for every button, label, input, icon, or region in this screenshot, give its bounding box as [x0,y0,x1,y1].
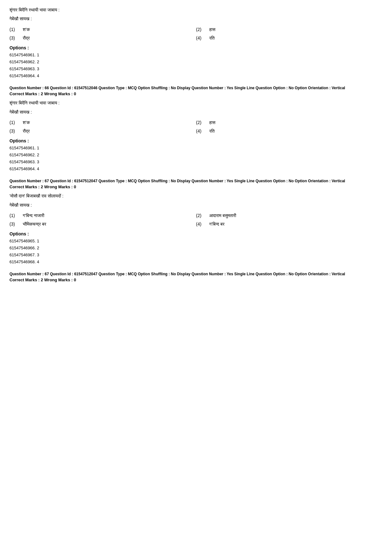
code-2-4: 61547546964. 4 [9,165,383,172]
option-text-1-4: रति [209,35,215,41]
option-num-2-1: (1) [9,120,19,125]
option-text-3-3: भौमिकचन्द्र बर [23,221,46,227]
question-block-4: Question Number : 67 Question Id : 61547… [9,271,383,282]
option-2-2: (2) हास [196,120,383,125]
option-num-1-2: (2) [196,27,205,32]
option-text-1-1: श'क [23,27,30,32]
option-1-2: (2) हास [196,27,383,32]
options-grid-2: (1) श'क (2) हास (3) रौद्र (4) रति [9,120,383,134]
option-num-1-3: (3) [9,35,19,41]
code-3-4: 61547546968. 4 [9,259,383,265]
options-label-1: Options : [9,45,383,50]
option-num-3-2: (2) [196,213,205,218]
option-text-2-3: रौद्र [23,128,30,134]
code-2-1: 61547546961. 1 [9,145,383,152]
option-num-3-3: (3) [9,221,19,227]
question-block-3: Question Number : 67 Question Id : 61547… [9,178,383,265]
code-1-2: 61547546962. 2 [9,59,383,65]
code-3-2: 61547546966. 2 [9,245,383,252]
option-num-1-4: (4) [196,35,205,41]
option-3-2: (2) आदाराम बसुमतारी [196,213,383,218]
code-1-4: 61547546964. 4 [9,72,383,79]
question-text-line2-1: गेबेंखौ सायख : [9,15,383,22]
option-num-2-2: (2) [196,120,205,125]
option-text-3-2: आदाराम बसुमतारी [209,213,236,218]
option-text-1-2: हास [209,27,215,32]
code-3-3: 61547546967. 3 [9,252,383,259]
code-2-2: 61547546962. 2 [9,152,383,159]
options-grid-1: (1) श'क (2) हास (3) रौद्र (4) रति [9,27,383,41]
option-num-3-1: (1) [9,213,19,218]
option-text-2-2: हास [209,120,215,125]
option-text-2-1: श'क [23,120,30,125]
code-1-3: 61547546963. 3 [9,65,383,72]
option-2-4: (4) रति [196,128,383,134]
correct-marks-2: Correct Marks : 2 Wrong Marks : 0 [9,91,383,96]
option-text-3-1: ग'बिन्द नाजारी [23,213,44,218]
question-text-line1-3: 'मोसौ दान' बिजाबखौ राव सोलायदों : [9,192,383,199]
question-block-2: Question Number : 66 Question Id : 61547… [9,85,383,172]
code-3-1: 61547546965. 1 [9,238,383,245]
code-1-1: 61547546961. 1 [9,52,383,59]
question-text-line1-2: शृंगार बिदैनि स्थायी भावा जाबाय : [9,99,383,106]
option-num-1-1: (1) [9,27,19,32]
meta-4: Question Number : 67 Question Id : 61547… [9,271,383,277]
meta-2: Question Number : 66 Question Id : 61547… [9,85,383,91]
options-label-3: Options : [9,231,383,236]
question-text-line2-3: गेबेंखौ सायख : [9,202,383,209]
option-num-2-3: (3) [9,128,19,134]
code-2-3: 61547546963. 3 [9,159,383,165]
option-num-3-4: (4) [196,221,205,227]
option-3-1: (1) ग'बिन्द नाजारी [9,213,196,218]
option-text-3-4: ग'बिन्द बर [209,221,224,227]
correct-marks-4: Correct Marks : 2 Wrong Marks : 0 [9,278,383,282]
option-3-3: (3) भौमिकचन्द्र बर [9,221,196,227]
option-num-2-4: (4) [196,128,205,134]
options-grid-3: (1) ग'बिन्द नाजारी (2) आदाराम बसुमतारी (… [9,213,383,227]
option-1-4: (4) रति [196,35,383,41]
option-2-1: (1) श'क [9,120,196,125]
option-1-1: (1) श'क [9,27,196,32]
options-label-2: Options : [9,138,383,143]
question-block-1: शृंगार बिदैनि स्थायी भावा जाबाय : गेबेंख… [9,6,383,79]
option-3-4: (4) ग'बिन्द बर [196,221,383,227]
option-text-1-3: रौद्र [23,35,30,41]
meta-3: Question Number : 67 Question Id : 61547… [9,178,383,184]
question-text-line2-2: गेबेंखौ सायख : [9,109,383,115]
question-text-line1-1: शृंगार बिदैनि स्थायी भावा जाबाय : [9,6,383,13]
option-text-2-4: रति [209,128,215,134]
correct-marks-3: Correct Marks : 2 Wrong Marks : 0 [9,184,383,189]
option-1-3: (3) रौद्र [9,35,196,41]
option-2-3: (3) रौद्र [9,128,196,134]
